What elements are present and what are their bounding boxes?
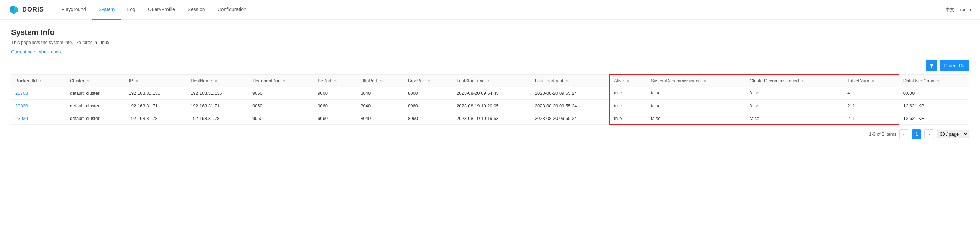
cell-alive-2: true — [609, 112, 647, 125]
doris-logo-icon — [8, 4, 19, 15]
system-info-table: BackendId ⇅ Cluster ⇅ IP ⇅ HostName ⇅ He… — [11, 74, 969, 125]
cell-datausedcapa-1: 12.621 KB — [899, 99, 969, 112]
col-header-laststarttime[interactable]: LastStartTime ⇅ — [452, 74, 531, 87]
sort-icon-heartbeatport: ⇅ — [283, 79, 286, 83]
cell-brpcport-1: 8060 — [404, 99, 452, 112]
col-header-systemdecommissioned[interactable]: SystemDecommissioned ⇅ — [647, 74, 746, 87]
col-header-beport[interactable]: BePort ⇅ — [313, 74, 356, 87]
filter-button[interactable] — [926, 60, 937, 71]
cell-brpcport-0: 8060 — [404, 87, 452, 99]
cell-clusterdecommissioned-1: false — [746, 99, 843, 112]
cell-laststarttime-2: 2023-08-19 10:19:53 — [452, 112, 531, 125]
logo-area: DORIS — [8, 4, 44, 15]
cell-systemdecommissioned-2: false — [647, 112, 746, 125]
toolbar: Parent Dir — [11, 60, 969, 71]
table-row: 23029 default_cluster 192.168.31.78 192.… — [11, 112, 969, 125]
cell-cluster-2: default_cluster — [66, 112, 125, 125]
cell-backendid-2[interactable]: 23029 — [11, 112, 66, 125]
user-name: root — [960, 7, 968, 12]
cell-laststarttime-0: 2023-08-20 09:54:45 — [452, 87, 531, 99]
sort-icon-clusterdecommissioned: ⇅ — [801, 79, 804, 83]
logo-text: DORIS — [22, 6, 44, 13]
col-header-cluster[interactable]: Cluster ⇅ — [66, 74, 125, 87]
col-header-datausedcapa[interactable]: DataUsedCapa ⇅ — [899, 74, 969, 87]
sort-icon-lastheartbeat: ⇅ — [566, 79, 569, 83]
cell-backendid-0[interactable]: 23708 — [11, 87, 66, 99]
page-title: System Info — [11, 28, 969, 37]
pagination-summary: 1-3 of 3 items — [869, 131, 896, 137]
language-button[interactable]: 中文 — [945, 6, 955, 13]
cell-systemdecommissioned-0: false — [647, 87, 746, 99]
cell-ip-2: 192.168.31.78 — [125, 112, 187, 125]
sort-icon-datausedcapa: ⇅ — [937, 79, 940, 83]
nav-item-configuration[interactable]: Configuration — [212, 0, 253, 19]
sort-icon-httpport: ⇅ — [380, 79, 383, 83]
cell-hostname-1: 192.168.31.71 — [186, 99, 248, 112]
cell-tabletnum-1: 211 — [843, 99, 899, 112]
cell-httpport-0: 8040 — [356, 87, 404, 99]
user-menu[interactable]: root ▾ — [960, 7, 972, 12]
table-body: 23708 default_cluster 192.168.31.136 192… — [11, 87, 969, 125]
user-dropdown-icon: ▾ — [969, 7, 972, 12]
cell-beport-1: 9060 — [313, 99, 356, 112]
cell-lastheartbeat-2: 2023-08-20 09:55:24 — [531, 112, 609, 125]
cell-ip-1: 192.168.31.71 — [125, 99, 187, 112]
col-header-alive[interactable]: Alive ⇅ — [609, 74, 647, 87]
table-wrapper: BackendId ⇅ Cluster ⇅ IP ⇅ HostName ⇅ He… — [11, 74, 969, 125]
parent-dir-button[interactable]: Parent Dir — [940, 60, 969, 71]
cell-httpport-1: 8040 — [356, 99, 404, 112]
cell-brpcport-2: 8060 — [404, 112, 452, 125]
page-1-button[interactable]: 1 — [912, 129, 921, 139]
nav-item-queryprofile[interactable]: QueryProfile — [142, 0, 181, 19]
col-header-backendid[interactable]: BackendId ⇅ — [11, 74, 66, 87]
col-header-tabletnum[interactable]: TabletNum ⇅ — [843, 74, 899, 87]
col-header-clusterdecommissioned[interactable]: ClusterDecommissioned ⇅ — [746, 74, 843, 87]
cell-cluster-0: default_cluster — [66, 87, 125, 99]
cell-ip-0: 192.168.31.136 — [125, 87, 187, 99]
cell-cluster-1: default_cluster — [66, 99, 125, 112]
sort-icon-brpcport: ⇅ — [428, 79, 431, 83]
current-path[interactable]: Current path: //backends — [11, 49, 969, 54]
nav-item-session[interactable]: Session — [181, 0, 212, 19]
cell-beport-2: 9060 — [313, 112, 356, 125]
col-header-heartbeatport[interactable]: HeartbeatPort ⇅ — [248, 74, 313, 87]
table-header: BackendId ⇅ Cluster ⇅ IP ⇅ HostName ⇅ He… — [11, 74, 969, 87]
table-row: 23708 default_cluster 192.168.31.136 192… — [11, 87, 969, 99]
col-header-lastheartbeat[interactable]: LastHeartbeat ⇅ — [531, 74, 609, 87]
page-size-select[interactable]: 30 / page 50 / page 100 / page — [937, 130, 969, 138]
cell-alive-1: true — [609, 99, 647, 112]
sort-icon-backendid: ⇅ — [39, 79, 42, 83]
main-nav: Playground System Log QueryProfile Sessi… — [55, 0, 253, 19]
col-header-httpport[interactable]: HttpPort ⇅ — [356, 74, 404, 87]
header-row: BackendId ⇅ Cluster ⇅ IP ⇅ HostName ⇅ He… — [11, 74, 969, 87]
cell-datausedcapa-2: 12.621 KB — [899, 112, 969, 125]
sort-icon-tabletnum: ⇅ — [872, 79, 875, 83]
sort-icon-alive: ⇅ — [627, 79, 629, 83]
cell-tabletnum-0: 4 — [843, 87, 899, 99]
nav-item-playground[interactable]: Playground — [55, 0, 92, 19]
cell-httpport-2: 8040 — [356, 112, 404, 125]
main-content: System Info This page lists the system i… — [0, 19, 980, 151]
cell-heartbeatport-2: 9050 — [248, 112, 313, 125]
cell-tabletnum-2: 211 — [843, 112, 899, 125]
cell-beport-0: 9060 — [313, 87, 356, 99]
col-header-brpcport[interactable]: BrpcPort ⇅ — [404, 74, 452, 87]
nav-item-system[interactable]: System — [92, 0, 121, 19]
cell-lastheartbeat-0: 2023-08-20 09:55:24 — [531, 87, 609, 99]
header: DORIS Playground System Log QueryProfile… — [0, 0, 980, 19]
cell-backendid-1[interactable]: 23030 — [11, 99, 66, 112]
cell-alive-0: true — [609, 87, 647, 99]
prev-page-button[interactable]: ‹ — [899, 129, 909, 139]
sort-icon-ip: ⇅ — [135, 79, 138, 83]
nav-item-log[interactable]: Log — [121, 0, 142, 19]
cell-lastheartbeat-1: 2023-08-20 09:55:24 — [531, 99, 609, 112]
filter-icon — [929, 63, 934, 68]
sort-icon-cluster: ⇅ — [87, 79, 90, 83]
sort-icon-beport: ⇅ — [334, 79, 337, 83]
col-header-hostname[interactable]: HostName ⇅ — [186, 74, 248, 87]
pagination: 1-3 of 3 items ‹ 1 › 30 / page 50 / page… — [11, 125, 969, 143]
cell-clusterdecommissioned-2: false — [746, 112, 843, 125]
col-header-ip[interactable]: IP ⇅ — [125, 74, 187, 87]
next-page-button[interactable]: › — [924, 129, 934, 139]
cell-laststarttime-1: 2023-08-19 10:20:05 — [452, 99, 531, 112]
